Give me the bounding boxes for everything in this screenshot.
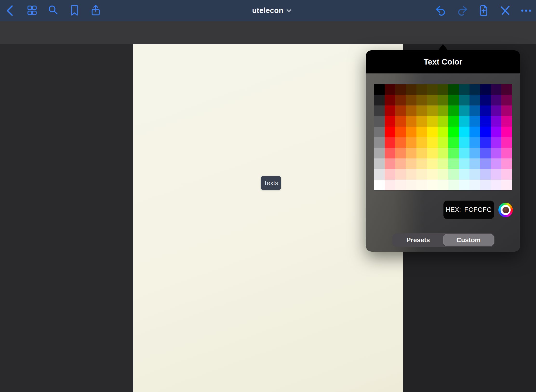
palette-swatch-5-3[interactable] (406, 137, 416, 148)
pages-overview-button[interactable] (25, 4, 39, 18)
palette-swatch-2-2[interactable] (395, 105, 406, 116)
back-button[interactable] (4, 4, 18, 18)
palette-swatch-3-12[interactable] (501, 116, 512, 127)
palette-swatch-5-1[interactable] (385, 137, 395, 148)
palette-swatch-1-3[interactable] (406, 95, 416, 105)
palette-swatch-8-9[interactable] (469, 169, 480, 180)
palette-swatch-9-6[interactable] (438, 180, 448, 190)
palette-swatch-0-10[interactable] (480, 84, 491, 95)
palette-swatch-2-3[interactable] (406, 105, 416, 116)
palette-swatch-7-11[interactable] (491, 158, 501, 169)
palette-swatch-4-5[interactable] (427, 127, 438, 137)
palette-swatch-0-3[interactable] (406, 84, 416, 95)
palette-swatch-4-8[interactable] (459, 127, 469, 137)
palette-swatch-8-2[interactable] (395, 169, 406, 180)
palette-swatch-8-3[interactable] (406, 169, 416, 180)
palette-swatch-6-9[interactable] (469, 148, 480, 158)
palette-swatch-0-1[interactable] (385, 84, 395, 95)
palette-swatch-1-2[interactable] (395, 95, 406, 105)
palette-swatch-1-11[interactable] (491, 95, 501, 105)
palette-swatch-7-4[interactable] (416, 158, 427, 169)
palette-swatch-5-0[interactable] (374, 137, 385, 148)
palette-swatch-4-12[interactable] (501, 127, 512, 137)
palette-swatch-2-9[interactable] (469, 105, 480, 116)
palette-swatch-7-2[interactable] (395, 158, 406, 169)
palette-swatch-0-4[interactable] (416, 84, 427, 95)
color-grid[interactable] (374, 84, 512, 190)
search-button[interactable] (46, 4, 60, 18)
hex-input[interactable]: HEX: FCFCFC (443, 201, 494, 219)
palette-swatch-7-8[interactable] (459, 158, 469, 169)
palette-swatch-9-4[interactable] (416, 180, 427, 190)
palette-swatch-9-1[interactable] (385, 180, 395, 190)
readonly-mode-button[interactable] (498, 4, 512, 18)
palette-swatch-6-4[interactable] (416, 148, 427, 158)
palette-swatch-3-3[interactable] (406, 116, 416, 127)
palette-swatch-7-9[interactable] (469, 158, 480, 169)
palette-swatch-2-6[interactable] (438, 105, 448, 116)
palette-swatch-5-5[interactable] (427, 137, 438, 148)
palette-swatch-5-4[interactable] (416, 137, 427, 148)
palette-swatch-9-12[interactable] (501, 180, 512, 190)
redo-button[interactable] (455, 4, 469, 18)
palette-swatch-9-8[interactable] (459, 180, 469, 190)
palette-swatch-0-5[interactable] (427, 84, 438, 95)
palette-swatch-7-12[interactable] (501, 158, 512, 169)
selected-text-object[interactable]: Texts (261, 176, 281, 190)
bookmark-button[interactable] (67, 4, 81, 18)
palette-swatch-7-3[interactable] (406, 158, 416, 169)
palette-swatch-5-11[interactable] (491, 137, 501, 148)
palette-swatch-6-5[interactable] (427, 148, 438, 158)
palette-swatch-3-6[interactable] (438, 116, 448, 127)
palette-swatch-4-1[interactable] (385, 127, 395, 137)
share-button[interactable] (89, 4, 103, 18)
palette-swatch-8-4[interactable] (416, 169, 427, 180)
palette-swatch-3-11[interactable] (491, 116, 501, 127)
palette-swatch-2-1[interactable] (385, 105, 395, 116)
palette-swatch-1-7[interactable] (448, 95, 459, 105)
palette-swatch-8-1[interactable] (385, 169, 395, 180)
palette-swatch-4-0[interactable] (374, 127, 385, 137)
palette-swatch-2-12[interactable] (501, 105, 512, 116)
palette-swatch-3-1[interactable] (385, 116, 395, 127)
palette-swatch-7-7[interactable] (448, 158, 459, 169)
palette-swatch-7-5[interactable] (427, 158, 438, 169)
palette-swatch-2-5[interactable] (427, 105, 438, 116)
palette-swatch-2-10[interactable] (480, 105, 491, 116)
palette-swatch-6-10[interactable] (480, 148, 491, 158)
palette-swatch-3-8[interactable] (459, 116, 469, 127)
palette-swatch-5-6[interactable] (438, 137, 448, 148)
palette-swatch-1-4[interactable] (416, 95, 427, 105)
palette-swatch-0-11[interactable] (491, 84, 501, 95)
palette-swatch-4-6[interactable] (438, 127, 448, 137)
palette-swatch-1-5[interactable] (427, 95, 438, 105)
palette-swatch-7-0[interactable] (374, 158, 385, 169)
palette-swatch-9-11[interactable] (491, 180, 501, 190)
palette-swatch-2-8[interactable] (459, 105, 469, 116)
palette-swatch-8-10[interactable] (480, 169, 491, 180)
palette-swatch-3-7[interactable] (448, 116, 459, 127)
palette-swatch-5-2[interactable] (395, 137, 406, 148)
palette-swatch-9-0[interactable] (374, 180, 385, 190)
palette-swatch-8-11[interactable] (491, 169, 501, 180)
palette-swatch-0-9[interactable] (469, 84, 480, 95)
palette-swatch-6-2[interactable] (395, 148, 406, 158)
palette-swatch-2-7[interactable] (448, 105, 459, 116)
palette-swatch-1-6[interactable] (438, 95, 448, 105)
palette-swatch-8-6[interactable] (438, 169, 448, 180)
palette-swatch-4-10[interactable] (480, 127, 491, 137)
add-page-button[interactable] (476, 4, 490, 18)
palette-swatch-8-7[interactable] (448, 169, 459, 180)
canvas-paper[interactable] (133, 44, 403, 392)
palette-swatch-2-4[interactable] (416, 105, 427, 116)
palette-swatch-0-0[interactable] (374, 84, 385, 95)
palette-swatch-3-5[interactable] (427, 116, 438, 127)
palette-swatch-0-7[interactable] (448, 84, 459, 95)
palette-swatch-3-10[interactable] (480, 116, 491, 127)
palette-swatch-2-0[interactable] (374, 105, 385, 116)
palette-swatch-8-5[interactable] (427, 169, 438, 180)
palette-swatch-5-7[interactable] (448, 137, 459, 148)
palette-swatch-6-0[interactable] (374, 148, 385, 158)
palette-swatch-5-9[interactable] (469, 137, 480, 148)
palette-swatch-0-12[interactable] (501, 84, 512, 95)
